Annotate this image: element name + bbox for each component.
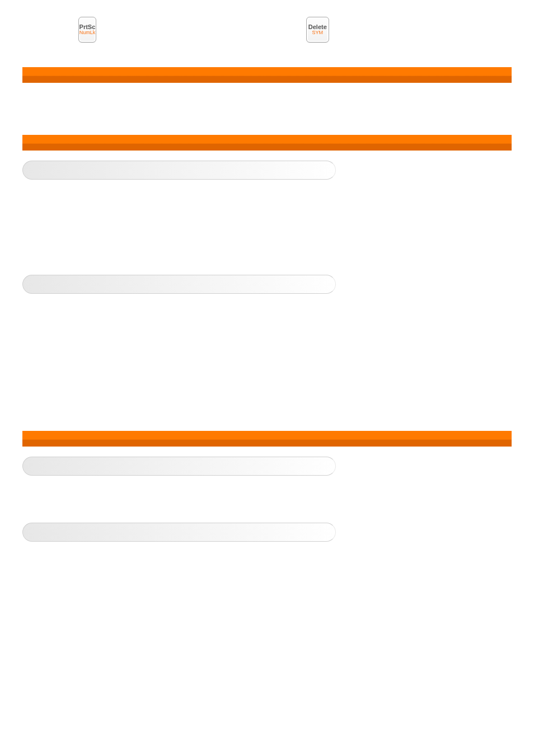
power-warning-list-3: Green blinking with short "off" interval… [45, 377, 512, 389]
battery-led-list: Orange: Battery is being charged. Green:… [45, 186, 512, 214]
key-cell-prtsc: PrtSc NumLk Use this key, together with … [78, 17, 284, 43]
battery-led-list-3: Off: The battery pack is not installed, … [45, 247, 512, 260]
callout-microphone [22, 457, 336, 476]
key-label-sub: NumLk [79, 30, 96, 35]
power-led-sublist: Off: Device is off. [63, 317, 512, 330]
power-warning-list-2: Green: The Device is on. [63, 361, 512, 373]
power-led-list: Green blinking with long "off" intervals… [45, 300, 512, 313]
section-bar-1 [22, 67, 512, 83]
callout-extra [22, 523, 336, 542]
battery-led-list-2: Orange blinking (0.5 sec on / off): Ther… [45, 218, 512, 243]
section-bar-2 [22, 135, 512, 151]
power-warning-list-4: Off: Device is off. [45, 394, 512, 406]
callout-power-led [22, 275, 336, 294]
key-delete: Delete SYM [306, 17, 329, 43]
power-warning-list: Never remove the battery pack while the … [45, 344, 512, 356]
key-row: PrtSc NumLk Use this key, together with … [78, 17, 512, 43]
key-cell-delete: Delete SYM Press the Symbol key + Fn to … [306, 17, 512, 43]
key-prtsc: PrtSc NumLk [78, 17, 96, 43]
key-label-sub: SYM [312, 30, 324, 35]
section-bar-3 [22, 431, 512, 447]
callout-battery-led [22, 161, 336, 180]
